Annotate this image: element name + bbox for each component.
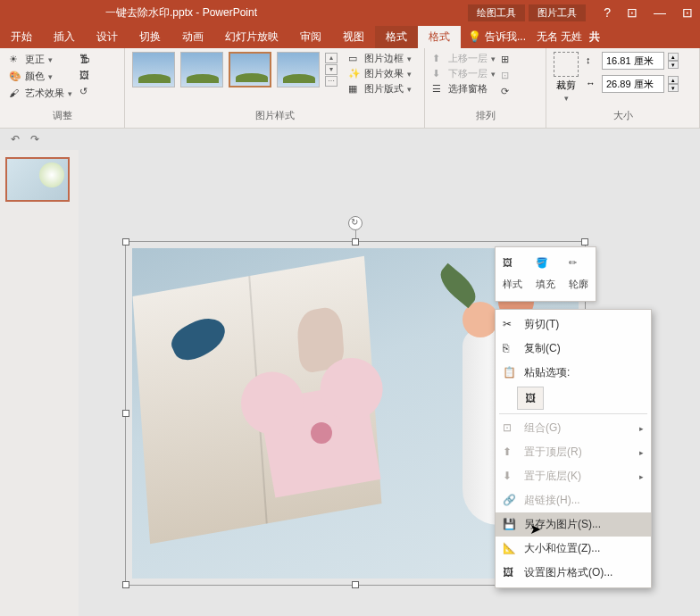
height-down[interactable]: ▾ [668,61,679,69]
selection-pane-button[interactable]: ☰选择窗格 [432,82,496,96]
context-tab-drawing[interactable]: 绘图工具 [468,4,525,21]
gallery-up[interactable]: ▴ [325,53,338,63]
ctx-cut[interactable]: ✂剪切(T) [496,312,651,337]
rotate-handle[interactable] [348,216,362,230]
style-thumb[interactable] [277,52,320,87]
bring-forward-icon: ⬆ [432,53,445,65]
mini-style-button[interactable]: 🖼样式 [496,247,529,301]
ctx-save-as-picture[interactable]: 💾另存为图片(S)... [496,512,651,537]
send-backward-button[interactable]: ⬇下移一层▾ [432,67,496,80]
style-thumb[interactable] [132,52,175,87]
group-icon: ⊡ [503,421,517,436]
format-icon: 🖼 [503,566,517,580]
undo-button[interactable]: ↶ [11,133,20,146]
align-icon[interactable]: ⊞ [501,54,513,66]
help-icon[interactable]: ? [604,5,611,20]
redo-button[interactable]: ↷ [30,133,39,146]
context-tab-picture[interactable]: 图片工具 [529,4,586,21]
resize-handle[interactable] [122,581,129,588]
palette-icon: 🎨 [9,71,21,83]
resize-handle[interactable] [352,581,359,588]
tab-design[interactable]: 设计 [86,26,129,48]
color-button[interactable]: 🎨 颜色▾ [7,69,74,84]
minimize-icon[interactable]: — [654,5,666,20]
bring-forward-button[interactable]: ⬆上移一层▾ [432,52,496,65]
width-input[interactable] [602,75,664,93]
send-backward-icon: ⬇ [432,68,445,80]
border-icon: ▭ [348,53,361,65]
pane-icon: ☰ [432,83,445,96]
ribbon-options-icon[interactable]: ⊡ [627,5,638,20]
group-styles: 图片样式 [132,109,417,124]
ribbon: ☀ 更正▾ 🎨 颜色▾ 🖌 艺术效果▾ 🗜 🖼 ↺ 调整 [0,48,700,129]
picture-layout-button[interactable]: ▦图片版式▾ [348,82,412,96]
width-down[interactable]: ▾ [668,84,679,92]
group-size: 大小 [554,109,692,124]
style-icon: 🖼 [503,257,522,275]
link-icon: 🔗 [503,494,517,508]
brush-icon: 🖌 [9,87,21,100]
layout-icon: ▦ [348,83,361,96]
change-pic-icon[interactable]: 🖼 [79,70,92,82]
sun-icon: ☀ [9,54,21,66]
restore-icon[interactable]: ⊡ [682,5,693,20]
picture-border-button[interactable]: ▭图片边框▾ [348,52,412,65]
picture-icon: 🖼 [525,392,536,404]
ctx-copy[interactable]: ⎘复制(C) [496,337,651,361]
title-bar: 一键去除水印.pptx - PowerPoint 绘图工具 图片工具 ? ⊡ —… [0,0,700,25]
tab-slideshow[interactable]: 幻灯片放映 [214,26,289,48]
ctx-hyperlink: 🔗超链接(H)... [496,488,651,512]
mini-outline-button[interactable]: ✏轮廓 [562,247,596,301]
width-up[interactable]: ▴ [668,76,679,84]
resize-handle[interactable] [122,410,129,417]
quick-access: ↶ ↷ [0,129,700,150]
crop-button[interactable]: 裁剪 ▾ [554,52,579,103]
corrections-button[interactable]: ☀ 更正▾ [7,52,74,67]
copy-icon: ⎘ [503,342,517,356]
gallery-more[interactable]: ⋯ [325,76,338,87]
slide-thumbnail-1[interactable] [5,157,70,202]
slide-canvas[interactable]: 🖼样式 🪣填充 ✏轮廓 ✂剪切(T) ⎘复制(C) 📋粘贴选项: 🖼 ⊡组合(G… [79,150,700,616]
height-up[interactable]: ▴ [668,53,679,61]
tell-me[interactable]: 💡 告诉我... [468,29,526,45]
effects-icon: ✨ [348,68,361,80]
resize-handle[interactable] [122,238,129,246]
resize-handle[interactable] [352,238,359,246]
send-back-icon: ⬇ [503,470,517,484]
fill-icon: 🪣 [536,257,555,275]
width-icon: ↔ [586,78,598,90]
tab-format-drawing[interactable]: 格式 [375,26,418,48]
compress-icon[interactable]: 🗜 [79,54,92,66]
height-input[interactable] [602,52,664,70]
group-icon[interactable]: ⊡ [501,70,513,82]
paste-option-picture[interactable]: 🖼 [517,387,544,410]
reset-pic-icon[interactable]: ↺ [79,86,92,98]
ctx-format-picture[interactable]: 🖼设置图片格式(O)... [496,561,651,585]
ctx-paste-label: 📋粘贴选项: [496,361,651,385]
artistic-button[interactable]: 🖌 艺术效果▾ [7,86,74,101]
style-thumb[interactable] [229,52,271,87]
tab-animation[interactable]: 动画 [171,26,214,48]
account-name[interactable]: 无名 无姓 [537,29,582,45]
gallery-down[interactable]: ▾ [325,64,338,75]
ctx-size-position[interactable]: 📐大小和位置(Z)... [496,537,651,561]
style-thumb[interactable] [180,52,223,87]
tab-review[interactable]: 审阅 [289,26,332,48]
tab-view[interactable]: 视图 [332,26,375,48]
slide-panel[interactable] [0,150,79,616]
save-icon: 💾 [503,518,517,532]
resize-handle[interactable] [581,238,588,246]
tab-transition[interactable]: 切换 [129,26,171,48]
tab-format-picture[interactable]: 格式 [418,26,461,48]
share-button[interactable]: 共 [589,29,600,45]
size-icon: 📐 [503,542,517,556]
context-menu: ✂剪切(T) ⎘复制(C) 📋粘贴选项: 🖼 ⊡组合(G)▸ ⬆置于顶层(R)▸… [495,309,652,588]
tab-start[interactable]: 开始 [0,26,43,48]
picture-styles-gallery[interactable]: ▴ ▾ ⋯ [132,52,338,87]
rotate-icon[interactable]: ⟳ [501,86,513,98]
picture-effects-button[interactable]: ✨图片效果▾ [348,67,412,80]
mini-fill-button[interactable]: 🪣填充 [529,247,562,301]
ctx-bring-front: ⬆置于顶层(R)▸ [496,440,651,464]
height-icon: ↕ [586,54,598,67]
tab-insert[interactable]: 插入 [43,26,86,48]
